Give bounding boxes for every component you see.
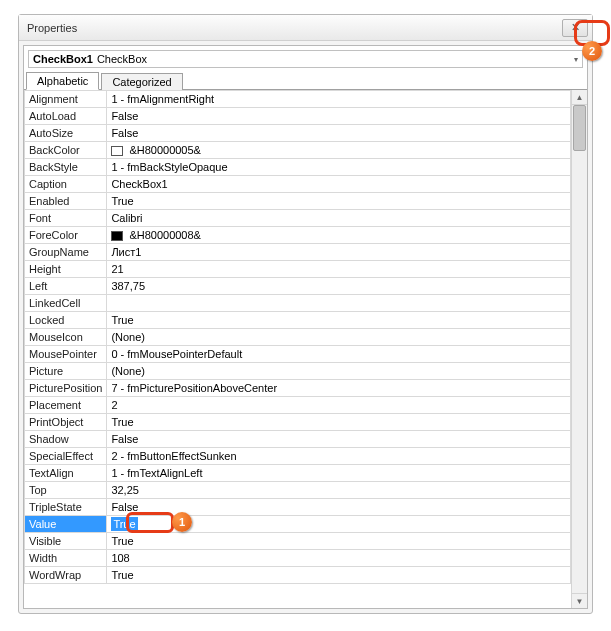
property-value[interactable]: (None): [107, 329, 571, 346]
property-value[interactable]: True: [107, 533, 571, 550]
value-editor[interactable]: True: [111, 517, 137, 531]
property-row[interactable]: BackColor&H80000005&: [25, 142, 571, 159]
property-row[interactable]: TripleStateFalse: [25, 499, 571, 516]
property-name: ForeColor: [25, 227, 107, 244]
close-button[interactable]: ✕: [562, 19, 588, 37]
property-name: Font: [25, 210, 107, 227]
property-value[interactable]: (None): [107, 363, 571, 380]
property-value[interactable]: True: [107, 193, 571, 210]
property-value[interactable]: True: [107, 516, 571, 533]
property-value[interactable]: 108: [107, 550, 571, 567]
property-value[interactable]: False: [107, 108, 571, 125]
property-row[interactable]: Placement2: [25, 397, 571, 414]
property-row[interactable]: PicturePosition7 - fmPicturePositionAbov…: [25, 380, 571, 397]
property-value[interactable]: False: [107, 499, 571, 516]
property-value[interactable]: [107, 295, 571, 312]
property-name: Shadow: [25, 431, 107, 448]
property-value[interactable]: 7 - fmPicturePositionAboveCenter: [107, 380, 571, 397]
property-row[interactable]: WordWrapTrue: [25, 567, 571, 584]
chevron-down-icon: ▾: [574, 55, 578, 64]
property-row[interactable]: TextAlign1 - fmTextAlignLeft: [25, 465, 571, 482]
property-value[interactable]: False: [107, 431, 571, 448]
property-row[interactable]: ForeColor&H80000008&: [25, 227, 571, 244]
scrollbar-thumb[interactable]: [573, 105, 586, 151]
property-value[interactable]: 1 - fmAlignmentRight: [107, 91, 571, 108]
property-row[interactable]: Top32,25: [25, 482, 571, 499]
property-value-text: 2: [111, 399, 117, 411]
object-selector[interactable]: CheckBox1 CheckBox ▾: [28, 50, 583, 68]
titlebar: Properties ✕: [19, 15, 592, 41]
property-value-text: CheckBox1: [111, 178, 167, 190]
property-value[interactable]: 21: [107, 261, 571, 278]
property-value[interactable]: &H80000008&: [107, 227, 571, 244]
tab-categorized[interactable]: Categorized: [101, 73, 182, 90]
property-name: Visible: [25, 533, 107, 550]
property-value[interactable]: True: [107, 312, 571, 329]
property-value-text: True: [111, 569, 133, 581]
property-name: Placement: [25, 397, 107, 414]
property-value-text: 21: [111, 263, 123, 275]
property-name: BackStyle: [25, 159, 107, 176]
property-value[interactable]: False: [107, 125, 571, 142]
property-value[interactable]: 1 - fmTextAlignLeft: [107, 465, 571, 482]
scroll-down-icon[interactable]: ▼: [572, 593, 587, 608]
property-value[interactable]: 0 - fmMousePointerDefault: [107, 346, 571, 363]
property-name: MouseIcon: [25, 329, 107, 346]
property-row[interactable]: CaptionCheckBox1: [25, 176, 571, 193]
property-row[interactable]: FontCalibri: [25, 210, 571, 227]
property-value-text: True: [111, 535, 133, 547]
property-row[interactable]: AutoSizeFalse: [25, 125, 571, 142]
property-value[interactable]: &H80000005&: [107, 142, 571, 159]
property-row[interactable]: Picture(None): [25, 363, 571, 380]
property-value-text: Calibri: [111, 212, 142, 224]
property-row[interactable]: LinkedCell: [25, 295, 571, 312]
property-name: SpecialEffect: [25, 448, 107, 465]
property-row[interactable]: ValueTrue: [25, 516, 571, 533]
property-value[interactable]: Лист1: [107, 244, 571, 261]
property-row[interactable]: Left387,75: [25, 278, 571, 295]
property-row[interactable]: AutoLoadFalse: [25, 108, 571, 125]
property-value[interactable]: True: [107, 567, 571, 584]
property-row[interactable]: GroupNameЛист1: [25, 244, 571, 261]
property-name: Picture: [25, 363, 107, 380]
color-swatch: [111, 146, 123, 156]
property-name: Alignment: [25, 91, 107, 108]
property-value[interactable]: CheckBox1: [107, 176, 571, 193]
property-row[interactable]: PrintObjectTrue: [25, 414, 571, 431]
property-row[interactable]: Height21: [25, 261, 571, 278]
vertical-scrollbar[interactable]: ▲ ▼: [571, 90, 587, 608]
property-value-text: True: [111, 314, 133, 326]
property-row[interactable]: ShadowFalse: [25, 431, 571, 448]
property-value[interactable]: True: [107, 414, 571, 431]
scroll-up-icon[interactable]: ▲: [572, 90, 587, 105]
property-value[interactable]: 2 - fmButtonEffectSunken: [107, 448, 571, 465]
property-value-text: 2 - fmButtonEffectSunken: [111, 450, 236, 462]
property-row[interactable]: Width108: [25, 550, 571, 567]
property-name: LinkedCell: [25, 295, 107, 312]
property-value[interactable]: 2: [107, 397, 571, 414]
property-row[interactable]: EnabledTrue: [25, 193, 571, 210]
property-row[interactable]: LockedTrue: [25, 312, 571, 329]
tab-alphabetic[interactable]: Alphabetic: [26, 72, 99, 90]
property-row[interactable]: Alignment1 - fmAlignmentRight: [25, 91, 571, 108]
property-name: GroupName: [25, 244, 107, 261]
property-name: Value: [25, 516, 107, 533]
property-row[interactable]: SpecialEffect2 - fmButtonEffectSunken: [25, 448, 571, 465]
property-name: Left: [25, 278, 107, 295]
property-value[interactable]: 387,75: [107, 278, 571, 295]
property-row[interactable]: MouseIcon(None): [25, 329, 571, 346]
property-value[interactable]: 1 - fmBackStyleOpaque: [107, 159, 571, 176]
object-name: CheckBox1: [33, 53, 93, 65]
property-value-text: 387,75: [111, 280, 145, 292]
property-value[interactable]: Calibri: [107, 210, 571, 227]
property-name: PicturePosition: [25, 380, 107, 397]
client-area: CheckBox1 CheckBox ▾ Alphabetic Categori…: [23, 45, 588, 609]
property-name: TripleState: [25, 499, 107, 516]
property-value-text: 1 - fmAlignmentRight: [111, 93, 214, 105]
property-name: Width: [25, 550, 107, 567]
property-value-text: True: [111, 416, 133, 428]
property-row[interactable]: BackStyle1 - fmBackStyleOpaque: [25, 159, 571, 176]
property-row[interactable]: VisibleTrue: [25, 533, 571, 550]
property-value[interactable]: 32,25: [107, 482, 571, 499]
property-row[interactable]: MousePointer0 - fmMousePointerDefault: [25, 346, 571, 363]
